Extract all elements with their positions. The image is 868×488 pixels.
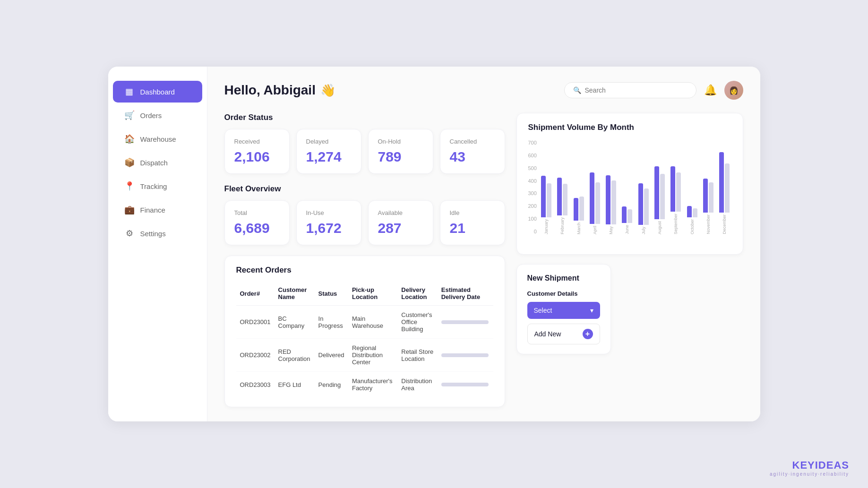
header: Hello, Abbigail 👋 🔍 🔔 👩 xyxy=(224,81,743,100)
bar-group xyxy=(670,127,681,212)
sidebar-label-finance: Finance xyxy=(140,206,165,214)
y-label: 500 xyxy=(528,165,537,171)
chart-month-august: August xyxy=(653,134,666,234)
table-cell: Regional Distribution Center xyxy=(348,339,397,372)
bar-gray xyxy=(676,172,681,212)
order-status-card-on-hold: On-Hold 789 xyxy=(368,129,433,174)
fleet-overview-title: Fleet Overview xyxy=(224,184,505,194)
sidebar-item-settings[interactable]: ⚙ Settings xyxy=(113,223,202,244)
table-cell: Retail Store Location xyxy=(397,339,437,372)
y-label: 400 xyxy=(528,178,537,184)
customer-details-label: Customer Details xyxy=(527,290,600,297)
table-header: Delivery Location xyxy=(397,282,437,306)
table-cell: ORD23001 xyxy=(236,306,275,339)
delivery-date-bar-cell xyxy=(438,306,493,339)
order-status-card-received: Received 2,106 xyxy=(224,129,290,174)
chevron-down-icon: ▾ xyxy=(590,307,593,314)
fleet-card-total: Total 6,689 xyxy=(224,200,290,245)
table-cell: ORD23002 xyxy=(236,339,275,372)
table-cell: ORD23003 xyxy=(236,372,275,398)
avatar[interactable]: 👩 xyxy=(724,81,743,100)
finance-icon: 💼 xyxy=(124,205,135,215)
bar-group xyxy=(557,130,567,215)
month-label: June xyxy=(625,225,629,234)
y-label: 700 xyxy=(528,140,537,146)
bar-purple xyxy=(557,178,562,215)
notification-bell[interactable]: 🔔 xyxy=(704,84,717,96)
chart-month-december: December xyxy=(718,128,731,234)
sidebar-label-tracking: Tracking xyxy=(140,182,167,190)
stat-label: Delayed xyxy=(306,138,352,145)
sidebar-item-tracking[interactable]: 📍 Tracking xyxy=(113,175,202,197)
table-header: Pick-up Location xyxy=(348,282,397,306)
month-label: March xyxy=(576,223,581,234)
greeting-text: Hello, Abbigail xyxy=(224,83,316,98)
bar-group xyxy=(703,128,713,213)
bar-group xyxy=(590,139,600,224)
chart-month-january: January xyxy=(540,132,553,234)
chart-month-july: July xyxy=(637,140,650,234)
fleet-card-available: Available 287 xyxy=(368,200,433,245)
bar-gray xyxy=(563,184,567,215)
table-cell: In Progress xyxy=(315,306,348,339)
month-label: August xyxy=(657,221,662,234)
stat-label: Available xyxy=(378,209,423,216)
sidebar-item-orders[interactable]: 🛒 Orders xyxy=(113,104,202,126)
chart-y-axis: 7006005004003002001000 xyxy=(528,140,540,234)
search-input[interactable] xyxy=(585,86,688,94)
delivery-bar xyxy=(441,320,489,324)
search-box[interactable]: 🔍 xyxy=(564,82,696,98)
stat-label: Received xyxy=(234,138,280,145)
new-shipment-title: New Shipment xyxy=(527,274,600,283)
bar-gray xyxy=(725,163,730,213)
brand-tagline: agility·ingenuity·reliability xyxy=(770,471,849,477)
sidebar-item-dispatch[interactable]: 📦 Dispatch xyxy=(113,152,202,173)
chart-month-june: June xyxy=(620,138,634,234)
branding: KEYIDEAS agility·ingenuity·reliability xyxy=(770,459,849,477)
table-cell: Distribution Area xyxy=(397,372,437,398)
add-new-button[interactable]: Add New + xyxy=(527,324,600,344)
bar-group xyxy=(622,138,632,223)
table-cell: Delivered xyxy=(315,339,348,372)
stat-value: 6,689 xyxy=(234,220,280,236)
stat-value: 43 xyxy=(450,149,495,165)
month-label: December xyxy=(722,214,727,234)
chart-month-september: September xyxy=(669,127,682,234)
right-panel: Shipment Volume By Month 700600500400300… xyxy=(516,113,743,407)
bar-purple xyxy=(590,172,594,224)
stat-label: Cancelled xyxy=(450,138,495,145)
table-cell: BC Company xyxy=(275,306,315,339)
sidebar-label-orders: Orders xyxy=(140,111,162,120)
bar-purple xyxy=(638,183,643,225)
month-label: October xyxy=(690,219,695,234)
search-icon: 🔍 xyxy=(573,86,581,94)
chart-month-november: November xyxy=(702,128,715,234)
month-label: January xyxy=(544,219,549,234)
bar-purple xyxy=(654,166,659,219)
bar-group xyxy=(574,136,584,221)
sidebar-item-warehouse[interactable]: 🏠 Warehouse xyxy=(113,128,202,150)
order-status-card-delayed: Delayed 1,274 xyxy=(296,129,361,174)
bar-group xyxy=(638,140,649,225)
bar-gray xyxy=(627,209,632,223)
recent-orders-title: Recent Orders xyxy=(236,265,493,275)
order-status-card-cancelled: Cancelled 43 xyxy=(440,129,505,174)
stat-value: 2,106 xyxy=(234,149,280,165)
bar-group xyxy=(654,134,665,219)
wave-icon: 👋 xyxy=(320,83,335,98)
sidebar-label-dashboard: Dashboard xyxy=(140,88,175,96)
select-label: Select xyxy=(534,307,552,314)
stat-label: Total xyxy=(234,209,280,216)
bar-purple xyxy=(606,175,610,224)
sidebar-item-finance[interactable]: 💼 Finance xyxy=(113,199,202,221)
bar-gray xyxy=(660,174,665,219)
sidebar-item-dashboard[interactable]: ▦ Dashboard xyxy=(113,81,202,103)
bar-group xyxy=(541,132,551,217)
tracking-icon: 📍 xyxy=(124,181,135,191)
table-header: Customer Name xyxy=(275,282,315,306)
delivery-date-bar-cell xyxy=(438,339,493,372)
bar-purple xyxy=(574,198,578,221)
table-row: ORD23001BC CompanyIn ProgressMain Wareho… xyxy=(236,306,493,339)
bar-gray xyxy=(595,182,600,224)
select-dropdown[interactable]: Select ▾ xyxy=(527,302,600,319)
